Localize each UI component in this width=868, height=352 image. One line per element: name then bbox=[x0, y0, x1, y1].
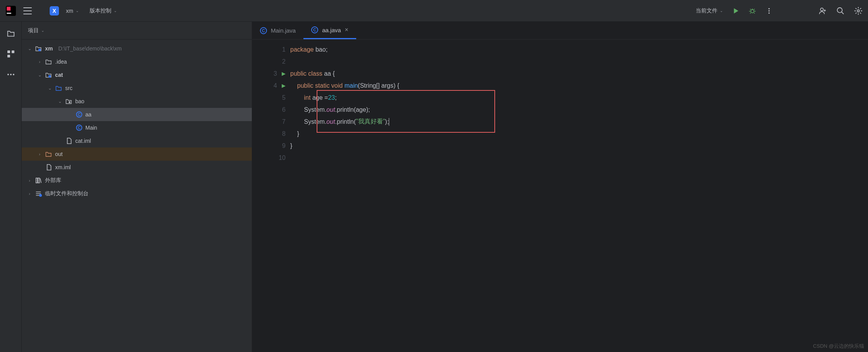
tree-label: src bbox=[65, 85, 73, 91]
svg-point-3 bbox=[751, 9, 754, 12]
line-number: 1 bbox=[282, 46, 286, 53]
tree-folder-idea[interactable]: › .idea bbox=[22, 55, 252, 68]
chevron-down-icon: ⌄ bbox=[47, 86, 52, 91]
module-folder-icon bbox=[45, 72, 52, 78]
text-cursor bbox=[389, 118, 389, 126]
svg-rect-12 bbox=[7, 55, 10, 57]
tab-label: aa.java bbox=[322, 27, 341, 33]
project-tree: ⌄ xm D:\IT_base\demo\back\xm › .idea ⌄ c… bbox=[22, 40, 252, 352]
svg-rect-20 bbox=[38, 178, 40, 183]
debug-button[interactable] bbox=[748, 7, 756, 15]
svg-rect-19 bbox=[36, 178, 38, 183]
class-icon: C bbox=[76, 111, 82, 118]
tree-module-cat[interactable]: ⌄ cat bbox=[22, 68, 252, 81]
tab-aa-java[interactable]: C aa.java × bbox=[303, 22, 356, 39]
settings-icon[interactable] bbox=[854, 7, 863, 15]
svg-point-15 bbox=[13, 74, 14, 75]
close-tab-icon[interactable]: × bbox=[345, 26, 348, 33]
run-config-selector[interactable]: 当前文件 ⌄ bbox=[696, 7, 723, 14]
tree-file-xmiml[interactable]: xm.iml bbox=[22, 161, 252, 174]
line-number: 7 bbox=[282, 118, 286, 125]
project-selector[interactable]: xm ⌄ bbox=[66, 8, 79, 14]
search-icon[interactable] bbox=[836, 7, 845, 15]
tab-main-java[interactable]: C Main.java bbox=[252, 22, 303, 39]
svg-point-21 bbox=[39, 194, 42, 197]
tree-label: .idea bbox=[55, 59, 67, 65]
project-tool-icon[interactable] bbox=[7, 29, 15, 38]
svg-point-6 bbox=[768, 12, 769, 13]
scratch-icon bbox=[35, 190, 42, 197]
more-tools-icon[interactable] bbox=[7, 71, 15, 77]
run-gutter-icon[interactable]: ▶ bbox=[282, 83, 286, 88]
chevron-down-icon: ⌄ bbox=[76, 9, 79, 13]
chevron-down-icon: ⌄ bbox=[114, 9, 117, 13]
svg-rect-16 bbox=[38, 49, 41, 51]
editor-tabs: C Main.java C aa.java × bbox=[252, 22, 868, 40]
structure-tool-icon[interactable] bbox=[7, 50, 15, 59]
project-name-label: xm bbox=[66, 8, 73, 14]
project-sidebar: 项目 ⌄ ⌄ xm D:\IT_base\demo\back\xm › .ide… bbox=[22, 22, 252, 352]
chevron-down-icon: ⌄ bbox=[57, 99, 62, 104]
line-number: 3 bbox=[274, 70, 277, 77]
tree-class-main[interactable]: C Main bbox=[22, 121, 252, 134]
top-toolbar: X xm ⌄ 版本控制 ⌄ 当前文件 ⌄ bbox=[0, 0, 868, 22]
file-icon bbox=[66, 137, 72, 144]
svg-point-8 bbox=[837, 7, 842, 12]
class-icon: C bbox=[311, 26, 318, 33]
tree-file-catiml[interactable]: cat.iml bbox=[22, 134, 252, 147]
chevron-right-icon: › bbox=[27, 178, 32, 183]
folder-icon bbox=[45, 59, 52, 65]
svg-rect-2 bbox=[7, 12, 11, 13]
vcs-menu[interactable]: 版本控制 ⌄ bbox=[90, 7, 117, 14]
code-with-me-icon[interactable] bbox=[818, 7, 827, 15]
sidebar-header[interactable]: 项目 ⌄ bbox=[22, 22, 252, 40]
tree-label: bao bbox=[75, 98, 84, 104]
run-button[interactable] bbox=[732, 7, 739, 14]
chevron-down-icon: ⌄ bbox=[720, 9, 723, 13]
tree-label: out bbox=[55, 151, 62, 157]
run-config-label: 当前文件 bbox=[696, 7, 717, 14]
editor-area: C Main.java C aa.java × 1 2 3▶ 4▶ 5 6 7 bbox=[252, 22, 868, 352]
tree-label: aa bbox=[85, 111, 92, 118]
tree-label: cat bbox=[55, 72, 63, 78]
chevron-right-icon: › bbox=[27, 191, 32, 196]
tree-root[interactable]: ⌄ xm D:\IT_base\demo\back\xm bbox=[22, 42, 252, 55]
tree-folder-src[interactable]: ⌄ src bbox=[22, 81, 252, 95]
tree-label: xm.iml bbox=[55, 164, 71, 170]
tree-external-libs[interactable]: › 外部库 bbox=[22, 174, 252, 187]
tree-label: 临时文件和控制台 bbox=[45, 190, 88, 197]
line-gutter: 1 2 3▶ 4▶ 5 6 7 8 9 10 bbox=[252, 40, 290, 352]
file-icon bbox=[46, 164, 52, 171]
watermark-text: CSDN @云边的快乐猫 bbox=[813, 343, 864, 350]
main-menu-icon[interactable] bbox=[23, 7, 32, 14]
package-icon bbox=[65, 98, 72, 104]
tool-rail bbox=[0, 22, 22, 352]
line-number: 10 bbox=[279, 154, 286, 161]
tree-class-aa[interactable]: C aa bbox=[22, 108, 252, 121]
line-number: 5 bbox=[282, 94, 286, 101]
svg-point-18 bbox=[69, 101, 71, 103]
svg-point-9 bbox=[857, 10, 859, 12]
tree-folder-out[interactable]: › out bbox=[22, 147, 252, 161]
svg-point-4 bbox=[768, 8, 769, 9]
chevron-down-icon: ⌄ bbox=[37, 73, 42, 78]
source-text[interactable]: package bao; public class aa { public st… bbox=[290, 40, 868, 352]
chevron-down-icon: ⌄ bbox=[27, 46, 32, 51]
run-gutter-icon[interactable]: ▶ bbox=[282, 71, 286, 76]
ide-logo-icon bbox=[5, 5, 16, 16]
tree-package-bao[interactable]: ⌄ bao bbox=[22, 95, 252, 108]
more-icon[interactable] bbox=[766, 7, 773, 14]
class-icon: C bbox=[260, 27, 267, 34]
project-badge: X bbox=[50, 6, 59, 16]
tree-label: Main bbox=[85, 125, 97, 131]
svg-point-5 bbox=[768, 10, 769, 11]
line-number: 9 bbox=[282, 142, 286, 149]
out-folder-icon bbox=[45, 151, 52, 157]
class-icon: C bbox=[76, 125, 82, 131]
tree-scratches[interactable]: › 临时文件和控制台 bbox=[22, 187, 252, 200]
tree-path: D:\IT_base\demo\back\xm bbox=[58, 45, 121, 52]
svg-rect-1 bbox=[7, 7, 10, 10]
chevron-down-icon: ⌄ bbox=[41, 28, 44, 33]
code-editor[interactable]: 1 2 3▶ 4▶ 5 6 7 8 9 10 package bao; publ… bbox=[252, 40, 868, 352]
tab-label: Main.java bbox=[271, 27, 296, 34]
